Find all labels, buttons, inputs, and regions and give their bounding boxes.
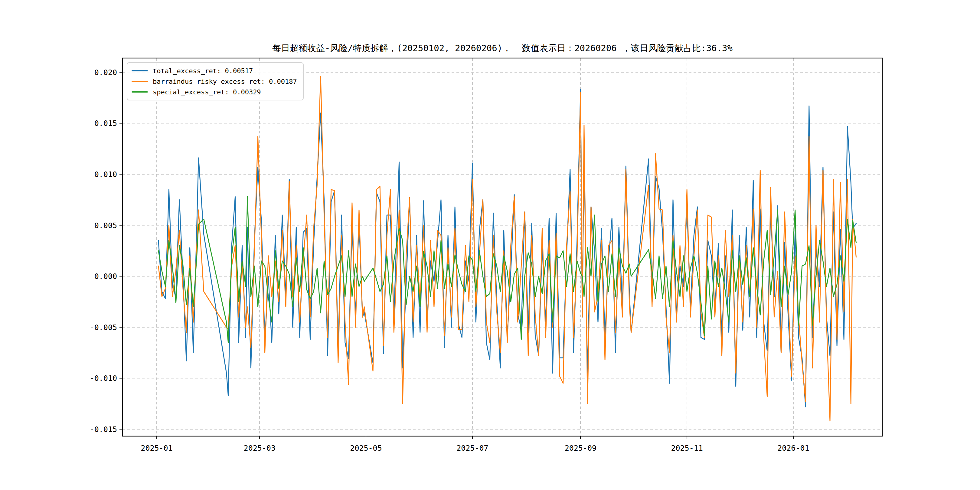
x-tick-label: 2025-03 — [244, 444, 275, 452]
legend-entry-special: special_excess_ret: 0.00329 — [132, 88, 297, 96]
y-tick-label: 0.000 — [94, 272, 117, 281]
y-tick-label: 0.010 — [94, 170, 117, 179]
x-tick-label: 2025-05 — [350, 444, 382, 452]
y-tick-label: -0.015 — [90, 425, 117, 434]
legend-line-swatch-green — [132, 91, 148, 92]
chart-figure: 每日超额收益-风险/特质拆解，(20250102, 20260206)， 数值表… — [0, 0, 980, 490]
y-tick-label: 0.005 — [94, 221, 117, 230]
x-tick-label: 2025-07 — [457, 444, 488, 452]
x-tick-label: 2025-11 — [671, 444, 703, 452]
series-line-barraindus_risky_excess_ret — [159, 76, 856, 421]
y-tick-label: -0.005 — [90, 323, 117, 332]
x-tick-label: 2025-09 — [565, 444, 597, 452]
legend-entry-total: total_excess_ret: 0.00517 — [132, 67, 297, 75]
x-tick-label: 2026-01 — [777, 444, 809, 452]
legend-line-swatch-orange — [132, 81, 148, 82]
y-tick-label: 0.015 — [94, 119, 117, 128]
legend-label: total_excess_ret: 0.00517 — [153, 67, 253, 75]
legend-label: special_excess_ret: 0.00329 — [153, 88, 261, 96]
y-tick-label: -0.010 — [90, 374, 117, 383]
legend-line-swatch-blue — [132, 70, 148, 72]
legend: total_excess_ret: 0.00517 barraindus_ris… — [127, 62, 304, 100]
y-tick-label: 0.020 — [94, 68, 117, 77]
x-tick-label: 2025-01 — [141, 444, 172, 452]
legend-entry-barraindus-risky: barraindus_risky_excess_ret: 0.00187 — [132, 77, 297, 86]
legend-label: barraindus_risky_excess_ret: 0.00187 — [153, 78, 297, 85]
